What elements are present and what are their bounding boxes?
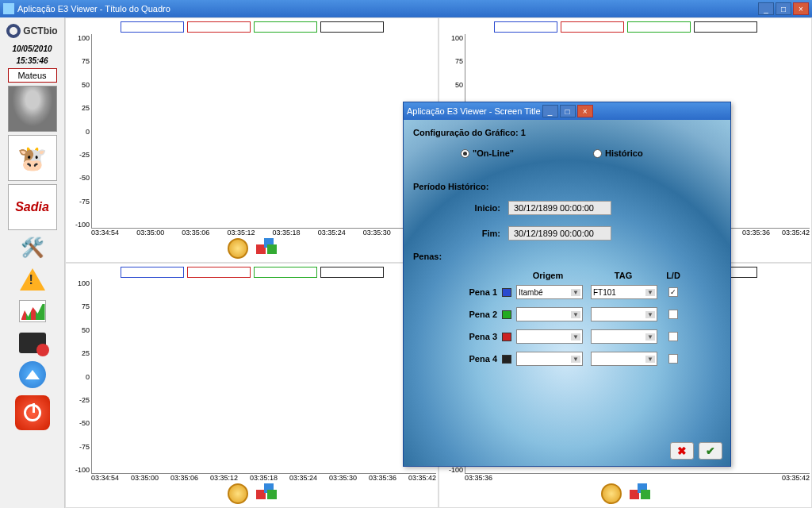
main-title: Aplicação E3 Viewer - Título do Quadro (17, 4, 170, 13)
y-tick: -75 (79, 198, 90, 206)
origin-select[interactable]: Itambé▼ (516, 285, 583, 299)
y-tick: -100 (75, 221, 90, 229)
dialog-titlebar: Aplicação E3 Viewer - Screen Title _ □ × (404, 102, 730, 120)
radio-online-label: "On-Line" (473, 148, 514, 158)
chevron-down-icon: ▼ (645, 289, 655, 296)
x-tick: 03:35:42 (782, 229, 810, 237)
legend-box (561, 21, 624, 33)
maximize-button[interactable]: □ (776, 2, 791, 15)
y-tick: 50 (82, 81, 90, 89)
pena-color-swatch (502, 288, 511, 297)
pena-color-swatch (502, 355, 511, 364)
x-tick: 03:35:36 (742, 229, 770, 237)
ld-checkbox[interactable] (668, 310, 678, 319)
pena-label: Pena 1 (461, 287, 497, 297)
chart-time-button[interactable] (228, 238, 248, 259)
minimize-button[interactable]: _ (758, 2, 774, 15)
y-tick: 0 (86, 373, 90, 381)
brand-logo: GCTbio (6, 21, 57, 41)
dialog-close-button[interactable]: × (577, 105, 593, 117)
home-button[interactable] (13, 360, 52, 389)
radio-historic-label: Histórico (605, 148, 643, 158)
x-tick: 03:35:24 (318, 229, 346, 237)
y-tick: 0 (86, 128, 90, 136)
x-tick: 03:35:00 (131, 474, 159, 482)
radio-dot-icon (593, 149, 602, 158)
x-tick: 03:35:12 (210, 474, 238, 482)
chart-config-button[interactable] (256, 238, 277, 254)
close-button[interactable]: × (793, 2, 809, 15)
current-date: 10/05/2010 (12, 44, 52, 53)
trends-button[interactable] (13, 297, 52, 325)
origin-select[interactable]: ▼ (516, 329, 583, 344)
main-titlebar: Aplicação E3 Viewer - Título do Quadro _… (0, 0, 812, 17)
x-tick: 03:35:06 (170, 474, 198, 482)
pena-row: Pena 4▼▼ (413, 352, 721, 366)
y-tick: 100 (78, 34, 90, 42)
x-tick: 03:34:54 (91, 474, 119, 482)
y-tick: -50 (79, 174, 90, 182)
legend-box (187, 267, 251, 278)
tag-select[interactable]: FT101▼ (591, 285, 657, 299)
y-tick: 100 (78, 279, 90, 287)
origin-select[interactable]: ▼ (516, 307, 583, 321)
ld-checkbox[interactable]: ✓ (668, 287, 678, 297)
radio-online[interactable]: "On-Line" (461, 148, 514, 158)
y-tick: 75 (82, 302, 90, 310)
penas-section-label: Penas: (413, 252, 721, 261)
alerts-button[interactable] (13, 265, 52, 294)
radio-historic[interactable]: Histórico (593, 148, 643, 158)
start-label: Inicio: (461, 203, 500, 213)
chart-time-button[interactable] (601, 483, 622, 504)
ok-button[interactable]: ✔ (699, 442, 722, 460)
x-tick: 03:34:54 (91, 229, 119, 237)
end-date-field[interactable]: 30/12/1899 00:00:00 (508, 226, 611, 241)
current-time: 15:35:46 (16, 56, 48, 65)
screens-button[interactable] (13, 329, 52, 357)
start-date-field[interactable]: 30/12/1899 00:00:00 (508, 201, 611, 215)
pena-row: Pena 3▼▼ (413, 329, 721, 344)
dialog-title: Aplicação E3 Viewer - Screen Title (407, 106, 541, 116)
dialog-heading: Configuração do Gráfico: 1 (413, 128, 721, 137)
chart-config-button[interactable] (256, 483, 277, 499)
y-tick: 25 (82, 349, 90, 357)
tag-select[interactable]: ▼ (591, 307, 657, 321)
sidebar: GCTbio 10/05/2010 15:35:46 Mateus 🐮 Sadi… (0, 17, 65, 508)
cancel-button[interactable]: ✖ (670, 442, 694, 460)
partner-button-sadia[interactable]: Sadia (8, 184, 57, 230)
ld-checkbox[interactable] (668, 332, 678, 341)
x-tick: 03:35:36 (369, 474, 396, 482)
pena-row: Pena 1Itambé▼FT101▼✓ (413, 285, 721, 299)
col-ld: L/D (659, 271, 688, 280)
x-tick: 03:35:00 (136, 229, 164, 237)
chevron-down-icon: ▼ (645, 333, 655, 341)
power-button[interactable] (15, 395, 50, 430)
tag-select[interactable]: ▼ (591, 329, 657, 344)
ld-checkbox[interactable] (668, 354, 678, 364)
tag-select[interactable]: ▼ (591, 352, 657, 366)
legend-box (254, 21, 317, 33)
tools-button[interactable]: 🛠️ (13, 233, 52, 262)
plot-area[interactable] (91, 279, 436, 474)
dialog-minimize-button[interactable]: _ (542, 105, 558, 117)
chevron-down-icon: ▼ (571, 311, 580, 318)
chevron-down-icon: ▼ (571, 289, 580, 296)
y-tick: -50 (79, 419, 90, 427)
y-tick: -75 (79, 443, 90, 451)
monitor-icon (19, 333, 46, 353)
end-label: Fim: (461, 229, 500, 238)
partner-button-cow[interactable]: 🐮 (8, 135, 57, 181)
chart-config-button[interactable] (630, 483, 650, 499)
origin-select[interactable]: ▼ (516, 352, 583, 366)
y-tick: -25 (79, 151, 90, 159)
legend-box (187, 21, 251, 33)
chevron-down-icon: ▼ (571, 333, 580, 341)
x-tick: 03:35:42 (782, 474, 810, 482)
dialog-maximize-button[interactable]: □ (560, 105, 576, 117)
warning-icon (20, 268, 45, 291)
legend-box (694, 21, 757, 33)
plot-area[interactable] (91, 34, 436, 229)
legend-box (627, 21, 691, 33)
chart-time-button[interactable] (228, 483, 248, 504)
power-icon (24, 404, 41, 421)
